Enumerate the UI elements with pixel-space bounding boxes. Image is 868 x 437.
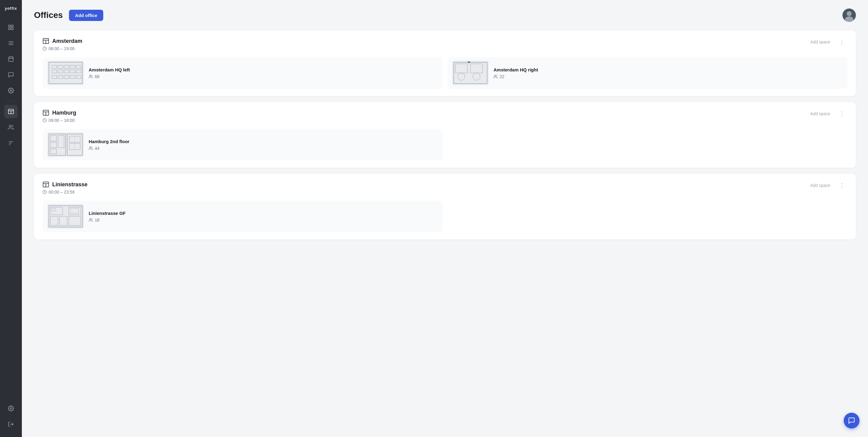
- svg-point-83: [90, 218, 91, 220]
- space-name-linienstrasse-gf: Linienstrasse GF: [89, 211, 126, 216]
- space-name-amsterdam-hq-right: Amsterdam HQ right: [494, 67, 538, 72]
- sidebar-item-messages[interactable]: [4, 68, 18, 82]
- space-item-amsterdam-hq-left[interactable]: Amsterdam HQ left 68: [42, 57, 442, 89]
- add-space-button-linienstrasse[interactable]: Add space: [808, 182, 833, 189]
- space-name-hamburg-2nd-floor: Hamburg 2nd floor: [89, 139, 129, 144]
- building-icon-hamburg: [42, 109, 49, 116]
- space-capacity-amsterdam-hq-left: 68: [89, 74, 130, 79]
- office-hours-linienstrasse: 00:00 – 23:59: [42, 190, 88, 195]
- sidebar-item-list[interactable]: [4, 36, 18, 50]
- building-icon-linienstrasse: [42, 181, 49, 188]
- office-actions-linienstrasse: Add space ⋮: [808, 181, 847, 190]
- space-item-amsterdam-hq-right[interactable]: Amsterdam HQ right 22: [447, 57, 847, 89]
- svg-point-11: [10, 90, 12, 91]
- more-menu-button-linienstrasse[interactable]: ⋮: [836, 181, 847, 190]
- svg-rect-7: [9, 57, 13, 61]
- add-office-button[interactable]: Add office: [69, 10, 103, 21]
- office-name-row-amsterdam: Amsterdam: [42, 38, 82, 45]
- office-card-amsterdam: Amsterdam 08:00 – 19:00 Add space ⋮: [34, 30, 856, 96]
- floorplan-hamburg-2nd-floor: [48, 133, 84, 157]
- sidebar: yoffix: [0, 0, 22, 437]
- office-name-row-hamburg: Hamburg: [42, 109, 76, 116]
- capacity-number-linienstrasse-gf: 18: [95, 217, 100, 223]
- chat-fab-icon: [848, 417, 855, 424]
- office-info-linienstrasse: Linienstrasse 00:00 – 23:59: [42, 181, 88, 195]
- sidebar-item-offices[interactable]: [4, 105, 18, 118]
- more-menu-button-amsterdam[interactable]: ⋮: [836, 38, 847, 46]
- add-space-button-amsterdam[interactable]: Add space: [808, 38, 833, 46]
- office-hours-text-linienstrasse: 00:00 – 23:59: [49, 190, 75, 195]
- spaces-grid-amsterdam: Amsterdam HQ left 68: [42, 57, 847, 89]
- page-header-left: Offices Add office: [34, 10, 103, 21]
- office-card-header-hamburg: Hamburg 09:00 – 18:00 Add space ⋮: [42, 109, 847, 123]
- space-capacity-linienstrasse-gf: 18: [89, 217, 126, 223]
- office-card-hamburg: Hamburg 09:00 – 18:00 Add space ⋮: [34, 102, 856, 168]
- space-details-amsterdam-hq-right: Amsterdam HQ right 22: [494, 67, 538, 79]
- sidebar-item-grid[interactable]: [4, 21, 18, 34]
- main-content: Offices Add office Amsterdam: [22, 0, 868, 437]
- office-actions-amsterdam: Add space ⋮: [808, 38, 847, 46]
- space-item-hamburg-2nd-floor[interactable]: Hamburg 2nd floor 44: [42, 129, 442, 161]
- office-info-amsterdam: Amsterdam 08:00 – 19:00: [42, 38, 82, 51]
- space-name-amsterdam-hq-left: Amsterdam HQ left: [89, 67, 130, 72]
- space-details-linienstrasse-gf: Linienstrasse GF 18: [89, 211, 126, 223]
- capacity-icon: [494, 75, 498, 79]
- floorplan-amsterdam-hq-right: [452, 61, 489, 85]
- floorplan-linienstrasse-gf: [48, 204, 84, 229]
- spaces-grid-hamburg: Hamburg 2nd floor 44: [42, 129, 847, 161]
- svg-rect-1: [11, 25, 13, 27]
- clock-icon-linienstrasse: [42, 190, 47, 194]
- svg-rect-3: [11, 28, 13, 29]
- svg-point-53: [494, 75, 496, 76]
- capacity-number-amsterdam-hq-left: 68: [95, 74, 100, 79]
- svg-point-45: [90, 75, 91, 76]
- floorplan-amsterdam-hq-left: [48, 61, 84, 85]
- page-header: Offices Add office: [34, 8, 856, 22]
- clock-icon-amsterdam: [42, 47, 47, 51]
- svg-rect-2: [9, 28, 11, 29]
- capacity-icon: [89, 75, 93, 79]
- office-card-linienstrasse: Linienstrasse 00:00 – 23:59 Add space ⋮: [34, 174, 856, 239]
- capacity-number-hamburg-2nd-floor: 44: [95, 146, 100, 151]
- logo: yoffix: [5, 6, 17, 11]
- sidebar-item-settings-bottom[interactable]: [4, 402, 18, 415]
- office-hours-text-amsterdam: 08:00 – 19:00: [49, 46, 75, 51]
- office-info-hamburg: Hamburg 09:00 – 18:00: [42, 109, 76, 123]
- clock-icon-hamburg: [42, 118, 47, 122]
- capacity-icon: [89, 218, 93, 222]
- sidebar-item-people[interactable]: [4, 121, 18, 134]
- office-hours-text-hamburg: 09:00 – 18:00: [49, 118, 75, 123]
- office-card-header-amsterdam: Amsterdam 08:00 – 19:00 Add space ⋮: [42, 38, 847, 51]
- office-name-amsterdam: Amsterdam: [52, 38, 82, 45]
- office-actions-hamburg: Add space ⋮: [808, 109, 847, 118]
- office-card-header-linienstrasse: Linienstrasse 00:00 – 23:59 Add space ⋮: [42, 181, 847, 195]
- sidebar-item-filter[interactable]: [4, 137, 18, 150]
- svg-point-15: [9, 125, 11, 127]
- space-details-amsterdam-hq-left: Amsterdam HQ left 68: [89, 67, 130, 79]
- space-capacity-amsterdam-hq-right: 22: [494, 74, 538, 79]
- sidebar-item-logout[interactable]: [4, 417, 18, 431]
- space-capacity-hamburg-2nd-floor: 44: [89, 146, 129, 151]
- avatar[interactable]: [842, 8, 856, 22]
- add-space-button-hamburg[interactable]: Add space: [808, 110, 833, 117]
- sidebar-divider: [5, 101, 17, 101]
- building-icon-amsterdam: [42, 38, 49, 45]
- svg-point-22: [847, 11, 851, 16]
- office-hours-hamburg: 09:00 – 18:00: [42, 118, 76, 123]
- space-details-hamburg-2nd-floor: Hamburg 2nd floor 44: [89, 139, 129, 151]
- more-menu-button-hamburg[interactable]: ⋮: [836, 109, 847, 118]
- page-title: Offices: [34, 10, 63, 20]
- office-name-row-linienstrasse: Linienstrasse: [42, 181, 88, 188]
- office-name-hamburg: Hamburg: [52, 110, 76, 116]
- capacity-number-amsterdam-hq-right: 22: [500, 74, 504, 79]
- sidebar-item-settings-top[interactable]: [4, 84, 18, 97]
- sidebar-item-calendar[interactable]: [4, 52, 18, 66]
- svg-point-19: [10, 408, 12, 409]
- capacity-icon: [89, 146, 93, 150]
- chat-fab-button[interactable]: [844, 413, 860, 429]
- space-item-linienstrasse-gf[interactable]: Linienstrasse GF 18: [42, 201, 442, 232]
- spaces-grid-linienstrasse: Linienstrasse GF 18: [42, 201, 847, 232]
- svg-point-69: [90, 146, 91, 148]
- svg-rect-0: [9, 25, 11, 27]
- office-hours-amsterdam: 08:00 – 19:00: [42, 46, 82, 51]
